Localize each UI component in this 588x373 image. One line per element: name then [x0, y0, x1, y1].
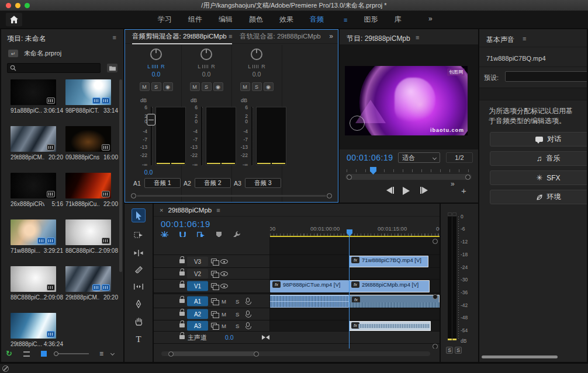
timeline-timecode[interactable]: 00:01:06:19 — [161, 219, 210, 229]
clip-thumbnail[interactable] — [65, 173, 111, 198]
timeline-horizontal-scrollbar[interactable] — [161, 350, 430, 357]
solo-button[interactable]: S — [236, 323, 239, 329]
music-type-button[interactable]: ♫ 音乐 — [490, 151, 587, 166]
project-file-row[interactable]: ↵ 未命名.prproj — [8, 49, 61, 58]
mic-icon[interactable] — [246, 311, 250, 315]
track-target-v3[interactable]: V3 — [187, 256, 208, 266]
eye-icon[interactable] — [220, 271, 228, 276]
track-target-v1[interactable]: V1 — [187, 281, 208, 291]
sync-lock-icon[interactable] — [211, 323, 217, 327]
timeline-clip-v1-left[interactable]: fx 98P888piCTue.mp4 [V] — [270, 280, 349, 292]
slip-tool[interactable] — [132, 280, 146, 294]
tab-assembly[interactable]: 组件 — [188, 15, 202, 25]
scrollbar-handle[interactable] — [327, 193, 332, 198]
slider-knob[interactable] — [54, 351, 58, 356]
close-window-button[interactable] — [6, 3, 11, 8]
mic-icon[interactable] — [246, 322, 250, 327]
list-item[interactable]: 29t888piC...4:36:24 — [11, 313, 64, 347]
dialogue-type-button[interactable]: 对话 — [490, 132, 587, 147]
program-timecode[interactable]: 00:01:06:19 — [347, 153, 393, 162]
volume-fader[interactable] — [251, 107, 253, 165]
tab-libraries[interactable]: 库 — [394, 15, 401, 25]
lock-icon[interactable] — [179, 312, 185, 316]
tab-color[interactable]: 颜色 — [249, 15, 263, 25]
bowtie-keyframe-icon[interactable] — [262, 335, 265, 340]
mute-button[interactable]: M — [222, 311, 226, 318]
pen-tool[interactable] — [132, 297, 146, 311]
list-item[interactable]: 98P888piCT..33:14 — [65, 79, 119, 114]
program-panel-menu-icon[interactable]: ≡ — [416, 34, 419, 41]
solo-button[interactable]: S — [236, 311, 239, 318]
tab-audio-clip-mixer[interactable]: 音频剪辑混合器: 29t888piCMpb ≡ — [132, 32, 232, 44]
eye-icon[interactable] — [220, 284, 228, 288]
lock-icon[interactable] — [179, 284, 185, 288]
list-item[interactable]: 91a888piC..3:06:14 — [11, 79, 64, 114]
eye-icon[interactable] — [220, 259, 228, 264]
clip-thumbnail[interactable] — [65, 266, 111, 292]
mute-button[interactable]: M — [190, 82, 200, 91]
volume-fader[interactable] — [201, 107, 203, 165]
clip-thumbnail[interactable] — [11, 79, 56, 105]
solo-button[interactable]: S — [252, 82, 262, 91]
search-input[interactable] — [7, 63, 101, 73]
timeline-clip-v3[interactable]: fx 71w888piC7BQ.mp4 [V] — [349, 256, 428, 267]
record-button[interactable]: ◉ — [264, 82, 274, 91]
tab-audio[interactable]: 音频 — [310, 15, 324, 25]
sync-lock-icon[interactable] — [211, 311, 217, 316]
track-target-a3[interactable]: A3 — [187, 321, 208, 331]
workspace-overflow-icon[interactable]: » — [428, 15, 433, 23]
list-item[interactable]: 29t888piCM...20:20 — [11, 126, 64, 161]
tab-effects[interactable]: 效果 — [279, 15, 293, 25]
zoom-level-select[interactable]: 适合 — [398, 152, 440, 163]
scrollbar-handle[interactable] — [433, 344, 438, 348]
type-tool[interactable]: T — [132, 332, 146, 346]
solo-left-button[interactable]: S — [446, 347, 453, 354]
clip-thumbnail[interactable] — [11, 173, 56, 198]
track-header-v2[interactable]: V2 — [154, 268, 270, 279]
mixer-scrollbar[interactable] — [131, 193, 332, 199]
clip-thumbnail[interactable] — [11, 266, 56, 292]
timeline-clip-v1-right[interactable]: fx 29t888piCMpb.mp4 [V] — [349, 280, 430, 292]
mic-icon[interactable] — [246, 298, 250, 302]
sync-lock-icon[interactable] — [211, 298, 217, 303]
pan-knob[interactable] — [251, 48, 262, 60]
selection-tool[interactable] — [132, 208, 146, 222]
minimize-window-button[interactable] — [15, 3, 20, 8]
mute-button[interactable]: M — [240, 82, 250, 91]
track-header-a1[interactable]: A1 M S — [154, 294, 270, 308]
track-select-forward-tool[interactable] — [132, 228, 146, 242]
zoom-handle-left[interactable] — [168, 351, 174, 357]
track-header-v3[interactable]: V3 — [154, 255, 270, 267]
video-frame[interactable]: 包图网 ibaotu.com — [345, 66, 468, 135]
program-scrubber[interactable] — [345, 174, 472, 180]
lock-icon[interactable] — [179, 299, 185, 303]
clip-thumbnail[interactable] — [11, 126, 56, 152]
track-name-box[interactable]: 音频 1 — [144, 178, 181, 188]
track-header-a3[interactable]: A3 M S — [154, 320, 270, 331]
lock-icon[interactable] — [179, 271, 185, 276]
search-bin-button[interactable] — [107, 64, 117, 72]
step-forward-button[interactable] — [420, 187, 428, 194]
list-item[interactable]: 88C888piC...2:09:08 — [65, 219, 119, 254]
sfx-type-button[interactable]: ✳ SFX — [490, 170, 587, 185]
mute-button[interactable]: M — [140, 82, 150, 91]
scrubber-handle[interactable] — [347, 175, 352, 180]
clip-thumbnail[interactable] — [11, 313, 56, 339]
icon-view-icon[interactable] — [41, 351, 47, 357]
master-level-value[interactable]: 0.0 — [225, 334, 234, 341]
track-header-a2[interactable]: A2 M S — [154, 308, 270, 320]
pan-knob[interactable] — [150, 48, 162, 60]
playback-resolution-select[interactable]: 1/2 — [446, 152, 473, 163]
sort-icon[interactable]: ≡ — [99, 350, 103, 358]
timeline-menu-icon[interactable]: ≡ — [216, 207, 220, 214]
sync-lock-icon[interactable] — [211, 259, 217, 263]
list-item[interactable]: 09J888piCnsf...16:00 — [65, 126, 119, 161]
razor-tool[interactable] — [132, 263, 146, 277]
record-button[interactable]: ◉ — [213, 82, 223, 91]
lock-icon[interactable] — [179, 259, 185, 263]
solo-button[interactable]: S — [236, 298, 239, 304]
solo-right-button[interactable]: S — [455, 347, 462, 354]
timeline-audio-clip-a1-right[interactable]: fx — [349, 295, 440, 308]
tab-audio-track-mixer[interactable]: 音轨混合器: 29t888piCMpb — [240, 32, 321, 41]
home-button[interactable] — [6, 13, 22, 26]
